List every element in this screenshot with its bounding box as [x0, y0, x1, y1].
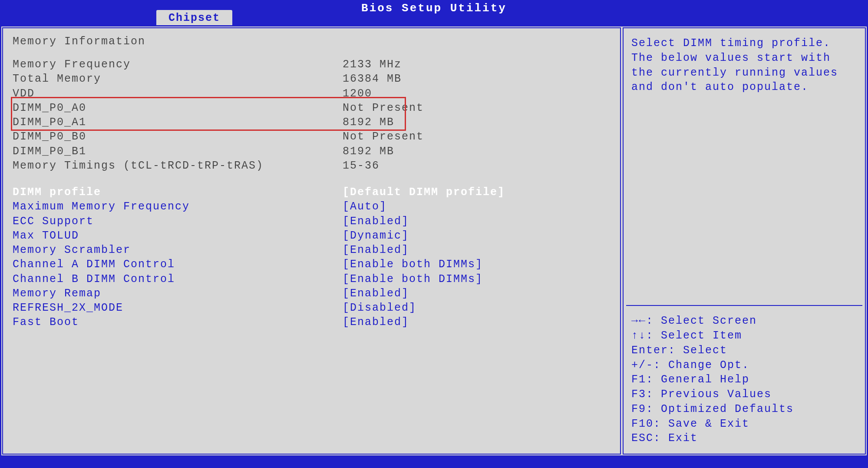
right-panel: Select DIMM timing profile. The below va…	[623, 27, 866, 455]
setting-dimm-profile[interactable]: DIMM profile [Default DIMM profile]	[13, 185, 616, 199]
setting-label: ECC Support	[13, 214, 343, 229]
info-row: DIMM_P0_B0 Not Present	[13, 129, 616, 144]
help-text: Select DIMM timing profile. The below va…	[624, 28, 865, 305]
setting-label: Memory Scrambler	[13, 243, 343, 257]
info-row: DIMM_P0_A0 Not Present	[13, 101, 616, 115]
bios-shell: Bios Setup Utility Chipset Memory Inform…	[0, 0, 868, 468]
key-hint-f3: F3: Previous Values	[631, 387, 857, 402]
setting-label: Channel A DIMM Control	[13, 257, 343, 272]
info-value: 15-36	[343, 159, 380, 173]
key-hint-select-screen: →←: Select Screen	[631, 314, 857, 329]
info-label: Memory Frequency	[13, 57, 343, 72]
setting-ecc-support[interactable]: ECC Support [Enabled]	[13, 214, 616, 229]
info-value: Not Present	[343, 129, 424, 144]
setting-fast-boot[interactable]: Fast Boot [Enabled]	[13, 315, 616, 329]
info-row: Memory Frequency 2133 MHz	[13, 57, 616, 72]
info-row: VDD 1200	[13, 86, 616, 101]
setting-max-mem-freq[interactable]: Maximum Memory Frequency [Auto]	[13, 199, 616, 214]
setting-max-tolud[interactable]: Max TOLUD [Dynamic]	[13, 229, 616, 243]
key-hints: →←: Select Screen ↑↓: Select Item Enter:…	[624, 306, 865, 454]
key-hint-change-opt: +/-: Change Opt.	[631, 358, 857, 373]
key-hint-f9: F9: Optimized Defaults	[631, 402, 857, 417]
setting-channel-b-dimm[interactable]: Channel B DIMM Control [Enable both DIMM…	[13, 272, 616, 286]
setting-label: Channel B DIMM Control	[13, 272, 343, 286]
key-hint-select-item: ↑↓: Select Item	[631, 329, 857, 343]
setting-label: Max TOLUD	[13, 229, 343, 243]
top-bar: Bios Setup Utility Chipset	[0, 0, 868, 25]
setting-label: DIMM profile	[13, 185, 343, 199]
spacer	[13, 173, 616, 185]
section-title-memory-info: Memory Information	[13, 35, 616, 48]
setting-memory-remap[interactable]: Memory Remap [Enabled]	[13, 286, 616, 301]
setting-value: [Enabled]	[343, 286, 409, 301]
key-hint-f10: F10: Save & Exit	[631, 417, 857, 431]
key-hint-enter: Enter: Select	[631, 343, 857, 358]
setting-value: [Auto]	[343, 199, 387, 214]
info-row: Memory Timings (tCL-tRCD-tRP-tRAS) 15-36	[13, 159, 616, 173]
info-row: Total Memory 16384 MB	[13, 72, 616, 86]
info-label: Total Memory	[13, 72, 343, 86]
setting-value: [Enable both DIMMs]	[343, 257, 483, 272]
info-value: 2133 MHz	[343, 57, 402, 72]
setting-label: Memory Remap	[13, 286, 343, 301]
key-hint-f1: F1: General Help	[631, 372, 857, 387]
left-panel: Memory Information Memory Frequency 2133…	[2, 27, 621, 455]
setting-label: Fast Boot	[13, 315, 343, 329]
info-value: 8192 MB	[343, 115, 394, 129]
setting-memory-scrambler[interactable]: Memory Scrambler [Enabled]	[13, 243, 616, 257]
info-label: Memory Timings (tCL-tRCD-tRP-tRAS)	[13, 159, 343, 173]
setting-label: Maximum Memory Frequency	[13, 199, 343, 214]
setting-value: [Enabled]	[343, 243, 409, 257]
info-label: VDD	[13, 86, 343, 101]
setting-label: REFRESH_2X_MODE	[13, 301, 343, 315]
info-value: 8192 MB	[343, 144, 394, 159]
info-label: DIMM_P0_A0	[13, 101, 343, 115]
setting-value: [Enabled]	[343, 315, 409, 329]
setting-channel-a-dimm[interactable]: Channel A DIMM Control [Enable both DIMM…	[13, 257, 616, 272]
info-value: Not Present	[343, 101, 424, 115]
info-label: DIMM_P0_B1	[13, 144, 343, 159]
info-label: DIMM_P0_B0	[13, 129, 343, 144]
setting-refresh-2x-mode[interactable]: REFRESH_2X_MODE [Disabled]	[13, 301, 616, 315]
info-value: 1200	[343, 86, 372, 101]
setting-value: [Default DIMM profile]	[343, 185, 505, 199]
key-hint-esc: ESC: Exit	[631, 431, 857, 446]
tab-chipset[interactable]: Chipset	[156, 10, 232, 25]
setting-value: [Disabled]	[343, 301, 416, 315]
bottom-bar	[0, 457, 868, 468]
setting-value: [Enable both DIMMs]	[343, 272, 483, 286]
info-row: DIMM_P0_A1 8192 MB	[13, 115, 616, 129]
info-label: DIMM_P0_A1	[13, 115, 343, 129]
app-title: Bios Setup Utility	[0, 2, 868, 15]
setting-value: [Dynamic]	[343, 229, 409, 243]
main-panels: Memory Information Memory Frequency 2133…	[0, 25, 868, 457]
setting-value: [Enabled]	[343, 214, 409, 229]
info-row: DIMM_P0_B1 8192 MB	[13, 144, 616, 159]
info-value: 16384 MB	[343, 72, 402, 86]
